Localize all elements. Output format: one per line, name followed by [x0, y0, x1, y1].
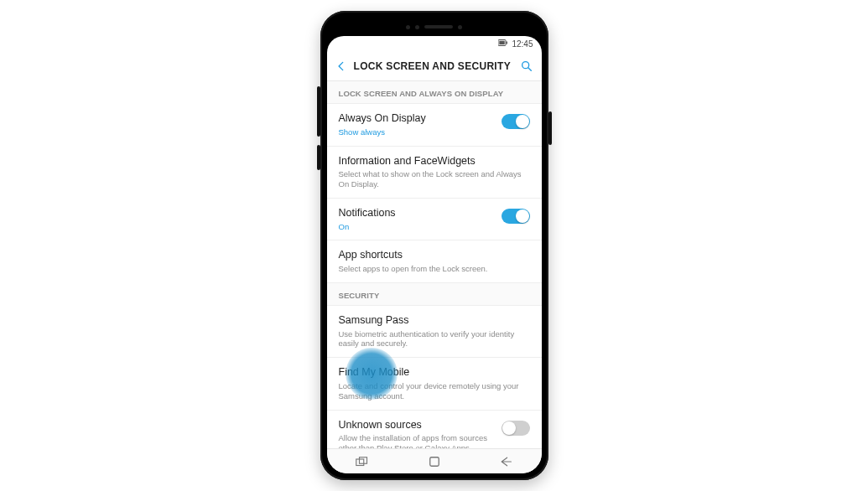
row-title: Always On Display: [339, 112, 495, 126]
app-topbar: LOCK SCREEN AND SECURITY: [327, 51, 542, 81]
android-nav-bar: [327, 448, 542, 473]
row-notifications[interactable]: Notifications On: [327, 199, 542, 241]
svg-rect-5: [356, 459, 364, 466]
svg-point-3: [522, 61, 528, 68]
search-icon[interactable]: [520, 59, 533, 73]
svg-rect-1: [507, 42, 508, 44]
page-title: LOCK SCREEN AND SECURITY: [354, 60, 513, 72]
row-subtitle: Select apps to open from the Lock screen…: [339, 264, 530, 274]
toggle-unknown-sources[interactable]: [502, 421, 530, 436]
row-title: Unknown sources: [339, 419, 495, 432]
status-bar: 12:45: [327, 36, 542, 51]
battery-icon: [498, 39, 508, 49]
toggle-always-on-display[interactable]: [502, 114, 530, 129]
row-title: App shortcuts: [339, 249, 530, 262]
row-subtitle: Use biometric authentication to verify y…: [339, 329, 530, 349]
svg-line-4: [528, 68, 531, 70]
volume-button: [317, 86, 320, 137]
row-subtitle: Select what to show on the Lock screen a…: [339, 169, 530, 189]
row-subtitle: Allow the installation of apps from sour…: [339, 433, 495, 448]
row-facewidgets[interactable]: Information and FaceWidgets Select what …: [327, 147, 542, 199]
row-always-on-display[interactable]: Always On Display Show always: [327, 104, 542, 147]
row-subtitle: On: [339, 222, 495, 232]
row-title: Find My Mobile: [339, 366, 530, 380]
svg-rect-2: [500, 41, 505, 44]
recents-icon[interactable]: [356, 457, 371, 467]
home-icon[interactable]: [429, 456, 440, 468]
svg-rect-6: [360, 457, 367, 463]
row-title: Notifications: [339, 207, 495, 220]
power-button: [548, 111, 552, 145]
row-title: Information and FaceWidgets: [339, 155, 530, 168]
svg-rect-7: [430, 457, 439, 466]
earpiece: [327, 18, 542, 36]
status-time: 12:45: [512, 39, 533, 49]
row-app-shortcuts[interactable]: App shortcuts Select apps to open from t…: [327, 240, 542, 283]
nav-back-icon[interactable]: [499, 456, 512, 468]
row-subtitle: Locate and control your device remotely …: [339, 381, 530, 401]
row-subtitle: Show always: [339, 127, 495, 137]
row-samsung-pass[interactable]: Samsung Pass Use biometric authenticatio…: [327, 306, 542, 358]
row-title: Samsung Pass: [339, 314, 530, 328]
phone-frame: 12:45 LOCK SCREEN AND SECURITY LOCK SCRE…: [320, 11, 548, 480]
row-find-my-mobile[interactable]: Find My Mobile Locate and control your d…: [327, 358, 542, 410]
section-header-lockscreen: LOCK SCREEN AND ALWAYS ON DISPLAY: [327, 81, 542, 104]
section-header-security: SECURITY: [327, 283, 542, 306]
toggle-notifications[interactable]: [502, 209, 530, 224]
settings-list: LOCK SCREEN AND ALWAYS ON DISPLAY Always…: [327, 81, 542, 448]
bixby-button: [317, 145, 320, 170]
row-unknown-sources[interactable]: Unknown sources Allow the installation o…: [327, 411, 542, 448]
back-icon[interactable]: [335, 60, 347, 72]
